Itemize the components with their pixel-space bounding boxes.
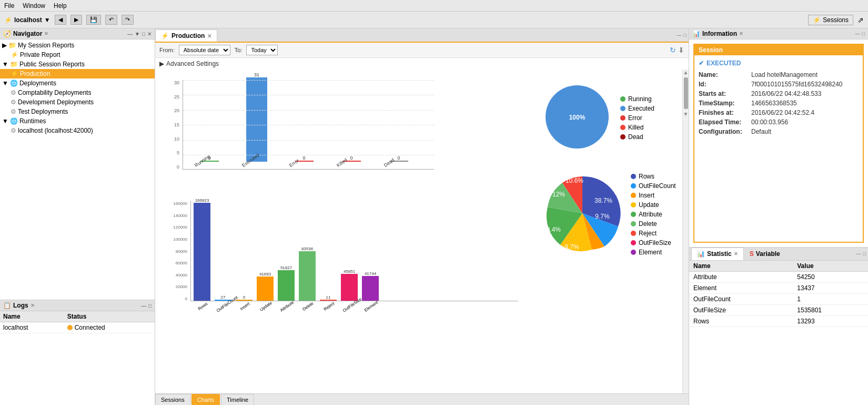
grid-line xyxy=(183,95,434,95)
session-header: Session xyxy=(694,45,863,55)
navigator-header: 🧭 Navigator ✕ — ▼ □ ✕ xyxy=(0,28,155,39)
center-minimize-icon[interactable]: — xyxy=(677,33,682,38)
x-axis-labels2: Rows OutFileCount Insert Update Attribut… xyxy=(190,304,518,309)
bar-error: 0 Error xyxy=(288,155,320,169)
tab-label: Production xyxy=(171,32,205,39)
scroll-down-button[interactable]: ▼ xyxy=(683,111,689,117)
statistics-panel: 📊 Statistic ✕ S Variable — □ xyxy=(689,247,868,405)
timestamp-label: TimeStamp: xyxy=(699,100,751,107)
legend-item-killed: Killed xyxy=(620,124,654,131)
legend-item-dead: Dead xyxy=(620,133,654,141)
scroll-thumb[interactable] xyxy=(684,77,688,109)
nav-back-button[interactable]: ◀ xyxy=(55,15,66,25)
navigator-dropdown-icon[interactable]: ▼ xyxy=(135,31,140,37)
stat-name: OutFileSize xyxy=(689,305,793,316)
tab-variable[interactable]: S Variable xyxy=(744,248,786,260)
legend-dot xyxy=(631,174,636,179)
menu-help[interactable]: Help xyxy=(54,2,67,9)
sessions-button[interactable]: ⚡ Sessions xyxy=(808,15,853,25)
tree-item-localhost-runtime[interactable]: ⚙ localhost (localhost:42000) xyxy=(0,126,155,135)
logs-label: Logs xyxy=(13,302,28,309)
info-maxrestore-icon[interactable]: □ xyxy=(862,31,865,36)
bar-rect xyxy=(341,274,358,301)
stats-header-icons: — □ xyxy=(856,251,866,256)
save-button[interactable]: 💾 xyxy=(86,15,101,25)
pie-center-label: 100% xyxy=(569,114,586,121)
stat-value: 1535801 xyxy=(793,305,868,316)
pie-label: 38.7% xyxy=(594,197,612,204)
tree-item-my-session-reports[interactable]: ▶ 📁 My Session Reports xyxy=(0,41,155,50)
statistic-close-icon: ✕ xyxy=(734,251,738,256)
tree-item-runtimes[interactable]: ▼ 🌐 Runtimes xyxy=(0,116,155,126)
bar-delete: 83536 xyxy=(299,246,316,301)
export-button[interactable]: ⬇ xyxy=(678,46,684,54)
table-row[interactable]: Element 13437 xyxy=(689,283,868,294)
globe-icon: 🌐 xyxy=(10,80,18,87)
legend-dot xyxy=(631,231,636,236)
bar-rect xyxy=(362,276,379,301)
advanced-settings-toggle[interactable]: ▶ Advanced Settings xyxy=(155,58,689,70)
tree-label: Private Report xyxy=(20,51,60,58)
chart-scroll-track[interactable]: ▲ ▼ xyxy=(682,70,689,393)
logs-maxrestore-icon[interactable]: □ xyxy=(148,303,152,309)
legend-dot xyxy=(631,212,636,217)
logs-minimize-icon[interactable]: — xyxy=(141,303,146,309)
tab-close-icon[interactable]: ✕ xyxy=(207,33,211,39)
legend-label: Element xyxy=(639,249,662,256)
finishes-label: Finishes at: xyxy=(699,109,751,116)
x-label: Element xyxy=(363,300,379,313)
tab-sessions[interactable]: Sessions xyxy=(155,394,190,405)
tab-charts[interactable]: Charts xyxy=(191,394,220,405)
host-dropdown-icon[interactable]: ▼ xyxy=(44,16,51,24)
legend-dot xyxy=(620,115,625,121)
bar-value: 51827 xyxy=(280,265,292,270)
navigator-maxrestore-icon[interactable]: □ xyxy=(142,31,145,37)
tree-item-test-deployments[interactable]: ⚙ Test Deployments xyxy=(0,107,155,116)
table-row[interactable]: Rows 13293 xyxy=(689,316,868,327)
tab-statistic[interactable]: 📊 Statistic ✕ xyxy=(691,248,744,260)
y-label: 60000 xyxy=(160,261,189,265)
tree-item-public-session-reports[interactable]: ▼ 📁 Public Session Reports xyxy=(0,60,155,69)
y-axis-labels: 30 25 20 15 10 5 0 xyxy=(160,80,181,170)
legend-item-attribute: Attribute xyxy=(631,211,676,218)
info-row-timestamp: TimeStamp: 1466563368535 xyxy=(699,100,859,107)
from-dropdown[interactable]: Absolute date xyxy=(179,45,230,55)
tab-production[interactable]: ⚡ Production ✕ xyxy=(155,29,217,42)
table-row[interactable]: localhost Connected xyxy=(0,322,155,333)
tree-item-deployments[interactable]: ▼ 🌐 Deployments xyxy=(0,78,155,88)
info-close-icon: ✕ xyxy=(739,31,743,36)
maximize-icon[interactable]: ⇗ xyxy=(857,16,864,24)
legend-item-error: Error xyxy=(620,114,654,122)
tree-item-development-deployments[interactable]: ⚙ Development Deployments xyxy=(0,97,155,107)
to-dropdown[interactable]: Today xyxy=(246,45,278,55)
scroll-up-button[interactable]: ▲ xyxy=(683,70,689,75)
undo-button[interactable]: ↶ xyxy=(105,15,117,25)
refresh-button[interactable]: ↻ xyxy=(670,46,676,54)
menu-window[interactable]: Window xyxy=(23,2,45,9)
nav-forward-button[interactable]: ▶ xyxy=(70,15,82,25)
tree-item-production[interactable]: ⚡ Production xyxy=(0,69,155,78)
menu-file[interactable]: File xyxy=(4,2,14,9)
table-row[interactable]: Attribute 54250 xyxy=(689,272,868,283)
table-row[interactable]: OutFileCount 1 xyxy=(689,294,868,305)
tree-label: Comptability Deployments xyxy=(18,89,91,96)
navigator-close-btn[interactable]: ✕ xyxy=(147,31,152,37)
stats-minimize-icon[interactable]: — xyxy=(856,251,861,256)
info-minimize-icon[interactable]: — xyxy=(855,31,860,36)
pie-label: 19.4% xyxy=(543,226,561,233)
tree-item-private-report[interactable]: ⚡ Private Report xyxy=(0,50,155,60)
legend-item-update: Update xyxy=(631,201,676,209)
legend-label: OutFileCount xyxy=(639,182,676,190)
to-label: To: xyxy=(235,47,243,53)
y-label: 0 xyxy=(160,297,189,301)
redo-button[interactable]: ↷ xyxy=(122,15,134,25)
tab-timeline[interactable]: Timeline xyxy=(221,394,254,405)
info-title-label: Information xyxy=(702,30,737,37)
table-row[interactable]: OutFileSize 1535801 xyxy=(689,305,868,316)
center-maxrestore-icon[interactable]: □ xyxy=(684,33,687,38)
gear-icon: ⚙ xyxy=(11,89,16,96)
stats-maxrestore-icon[interactable]: □ xyxy=(863,251,866,256)
navigator-minimize-icon[interactable]: — xyxy=(127,31,133,37)
x-label: Attribute xyxy=(279,300,295,313)
tree-item-comptability-deployments[interactable]: ⚙ Comptability Deployments xyxy=(0,88,155,97)
